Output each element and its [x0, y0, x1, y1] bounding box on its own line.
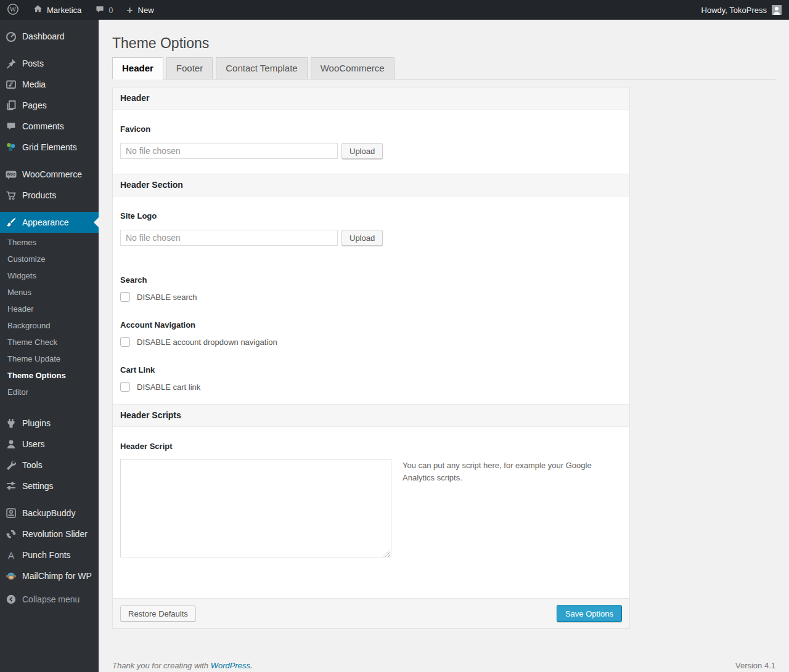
account-navigation-label: Account Navigation [113, 306, 629, 330]
submenu-item-theme-check[interactable]: Theme Check [0, 334, 99, 350]
sidebar-item-users[interactable]: Users [0, 434, 99, 455]
tab-footer[interactable]: Footer [166, 57, 213, 79]
disable-search-checkbox[interactable] [120, 292, 130, 302]
submenu-item-customize[interactable]: Customize [0, 251, 99, 267]
site-logo-upload-button[interactable]: Upload [341, 230, 383, 246]
sidebar-item-products[interactable]: Products [0, 185, 99, 206]
header-script-label: Header Script [113, 427, 629, 451]
sidebar-item-media[interactable]: Media [0, 74, 99, 95]
sidebar-item-label: Media [22, 79, 46, 89]
site-logo-label: Site Logo [113, 196, 629, 221]
sidebar-item-label: Products [22, 190, 56, 200]
wordpress-link[interactable]: WordPress. [211, 661, 253, 670]
wordpress-logo-menu[interactable]: W [0, 0, 26, 20]
sidebar-item-comments[interactable]: Comments [0, 116, 99, 137]
sidebar-item-label: Punch Fonts [22, 550, 71, 560]
sidebar-item-label: Dashboard [22, 31, 65, 41]
submenu-item-menus[interactable]: Menus [0, 284, 99, 301]
sidebar-item-posts[interactable]: Posts [0, 53, 99, 74]
favicon-file-input[interactable] [120, 143, 338, 159]
sidebar-item-label: Plugins [22, 418, 51, 428]
cart-icon [5, 189, 17, 201]
monkey-icon [5, 570, 17, 582]
comment-bubble-icon [95, 4, 105, 16]
letter-a-icon: A [5, 549, 17, 561]
pages-icon [5, 99, 17, 111]
sidebar-item-mailchimp[interactable]: MailChimp for WP [0, 565, 99, 586]
svg-text:Woo: Woo [7, 172, 15, 176]
sidebar-item-punch-fonts[interactable]: A Punch Fonts [0, 544, 99, 565]
section-heading-header-scripts: Header Scripts [113, 404, 629, 427]
admin-bar-account[interactable]: Howdy, TokoPress [701, 5, 789, 15]
save-options-button[interactable]: Save Options [557, 605, 622, 622]
comments-admin-link[interactable]: 0 [88, 0, 120, 20]
submenu-item-widgets[interactable]: Widgets [0, 267, 99, 284]
disable-cart-link-label: DISABLE cart link [137, 383, 200, 392]
search-checkbox-row: DISABLE search [113, 285, 629, 306]
sidebar-item-plugins[interactable]: Plugins [0, 413, 99, 434]
grid-elements-icon [5, 141, 17, 153]
submenu-item-theme-update[interactable]: Theme Update [0, 350, 99, 367]
sidebar-item-label: BackupBuddy [22, 508, 75, 518]
site-logo-file-input[interactable] [120, 230, 338, 246]
sidebar-item-dashboard[interactable]: Dashboard [0, 26, 99, 47]
visit-site-link[interactable]: Marketica [26, 0, 88, 20]
section-heading-header: Header [113, 87, 629, 110]
disable-account-nav-checkbox[interactable] [120, 337, 130, 347]
collapse-menu-button[interactable]: Collapse menu [0, 589, 99, 610]
submenu-item-editor[interactable]: Editor [0, 384, 99, 400]
plug-icon [5, 417, 17, 429]
woocommerce-icon: Woo [5, 168, 17, 180]
sidebar-item-pages[interactable]: Pages [0, 95, 99, 116]
sidebar-item-label: MailChimp for WP [22, 571, 92, 581]
tab-contact-template[interactable]: Contact Template [216, 57, 307, 79]
sidebar-item-grid-elements[interactable]: Grid Elements [0, 137, 99, 158]
disable-account-nav-label: DISABLE account dropdown navigation [137, 338, 277, 347]
media-icon [5, 78, 17, 91]
favicon-upload-button[interactable]: Upload [341, 143, 383, 159]
disable-search-label: DISABLE search [137, 293, 197, 302]
paintbrush-icon [5, 216, 17, 229]
sidebar-item-label: Settings [22, 481, 54, 491]
page-title: Theme Options [112, 20, 775, 57]
disable-cart-link-checkbox[interactable] [120, 382, 130, 392]
submenu-item-header[interactable]: Header [0, 301, 99, 317]
comments-icon [5, 120, 17, 132]
header-script-textarea[interactable] [120, 459, 391, 557]
page-footer: Thank you for creating with WordPress. V… [112, 661, 775, 670]
tab-woocommerce[interactable]: WooCommerce [311, 57, 394, 79]
favicon-row: Upload [113, 134, 629, 174]
new-content-menu[interactable]: + New [120, 0, 161, 20]
tab-header[interactable]: Header [112, 57, 163, 79]
howdy-text: Howdy, TokoPress [701, 6, 767, 15]
sidebar-item-label: WooCommerce [22, 169, 82, 179]
header-script-textarea-wrap [120, 459, 391, 560]
sidebar-item-label: Collapse menu [22, 594, 80, 604]
sidebar-item-revolution-slider[interactable]: Revolution Slider [0, 524, 99, 544]
account-nav-checkbox-row: DISABLE account dropdown navigation [113, 330, 629, 350]
submenu-item-themes[interactable]: Themes [0, 234, 99, 251]
plus-icon: + [127, 5, 133, 15]
sidebar-item-label: Grid Elements [22, 142, 77, 152]
sidebar-item-label: Users [22, 439, 45, 449]
submenu-item-background[interactable]: Background [0, 317, 99, 334]
sidebar-item-label: Comments [22, 121, 64, 131]
wordpress-logo-icon: W [7, 3, 19, 17]
thanks-text: Thank you for creating with [112, 661, 208, 670]
sidebar-item-woocommerce[interactable]: Woo WooCommerce [0, 164, 99, 185]
cart-link-checkbox-row: DISABLE cart link [113, 375, 629, 404]
header-script-row: You can put any script here, for example… [113, 451, 629, 567]
restore-defaults-button[interactable]: Restore Defaults [120, 605, 196, 621]
avatar [772, 5, 782, 15]
main-content: Theme Options Header Footer Contact Temp… [99, 0, 789, 670]
sidebar-item-label: Appearance [22, 217, 69, 227]
search-label: Search [113, 261, 629, 285]
submenu-item-theme-options[interactable]: Theme Options [0, 367, 99, 384]
backup-box-icon [5, 507, 17, 519]
sidebar-item-appearance[interactable]: Appearance [0, 212, 99, 233]
sidebar-item-backupbuddy[interactable]: BackupBuddy [0, 503, 99, 524]
sidebar-item-settings[interactable]: Settings [0, 476, 99, 496]
nav-tabs: Header Footer Contact Template WooCommer… [112, 57, 775, 79]
admin-bar: W Marketica 0 + New Howdy, TokoPress [0, 0, 789, 20]
sidebar-item-tools[interactable]: Tools [0, 455, 99, 476]
